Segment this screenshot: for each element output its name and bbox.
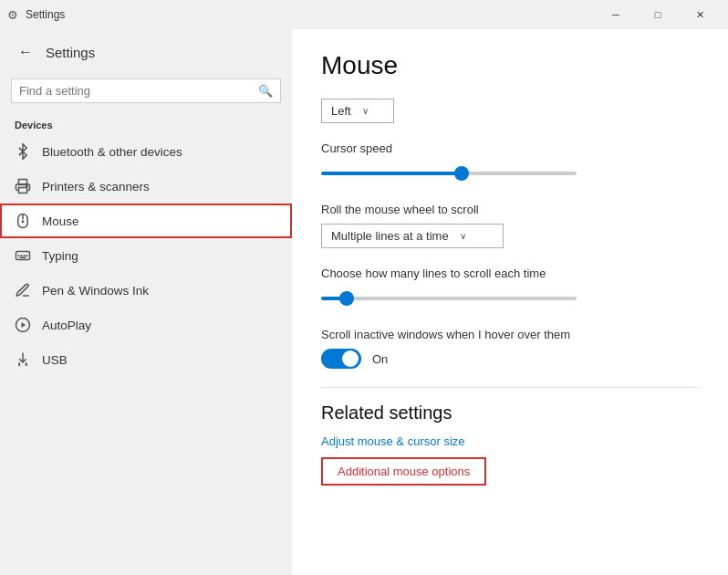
sidebar-item-mouse[interactable]: Mouse — [0, 204, 292, 238]
cursor-speed-thumb[interactable] — [454, 166, 469, 181]
scroll-type-dropdown[interactable]: Multiple lines at a time ∨ — [321, 224, 504, 248]
sidebar-item-label-bluetooth: Bluetooth & other devices — [42, 145, 182, 159]
bluetooth-icon — [15, 143, 31, 160]
sidebar-item-label-typing: Typing — [42, 249, 78, 263]
scroll-type-value: Multiple lines at a time — [331, 229, 449, 243]
additional-mouse-options-link[interactable]: Additional mouse options — [321, 457, 486, 486]
close-icon — [696, 8, 704, 21]
app-body: ← Settings 🔍 Devices Bluetooth & other d… — [0, 29, 728, 575]
sidebar-item-label-pen: Pen & Windows Ink — [42, 284, 149, 298]
chevron-down-icon-scroll: ∨ — [460, 231, 466, 241]
inactive-scroll-toggle-row: On — [321, 349, 699, 369]
scroll-type-label: Roll the mouse wheel to scroll — [321, 203, 699, 216]
sidebar-item-pen[interactable]: Pen & Windows Ink — [0, 273, 292, 308]
svg-marker-13 — [22, 322, 26, 328]
adjust-mouse-link[interactable]: Adjust mouse & cursor size — [321, 434, 699, 448]
page-title: Mouse — [321, 51, 699, 80]
cursor-speed-section: Cursor speed — [321, 141, 699, 184]
svg-point-16 — [18, 364, 20, 366]
title-bar-title: Settings — [26, 8, 65, 21]
lines-scroll-section: Choose how many lines to scroll each tim… — [321, 267, 699, 309]
svg-point-2 — [26, 185, 28, 187]
minimize-button[interactable] — [595, 0, 637, 29]
primary-button-section: Left ∨ — [321, 99, 699, 123]
sidebar-item-label-mouse: Mouse — [42, 214, 79, 228]
sidebar-item-usb[interactable]: USB — [0, 342, 292, 377]
lines-scroll-track — [321, 297, 577, 300]
primary-button-value: Left — [331, 104, 351, 118]
related-settings-section: Related settings Adjust mouse & cursor s… — [321, 402, 699, 486]
maximize-icon — [655, 8, 661, 21]
pen-icon — [15, 282, 31, 298]
sidebar-item-printers[interactable]: Printers & scanners — [0, 169, 292, 204]
scroll-type-section: Roll the mouse wheel to scroll Multiple … — [321, 203, 699, 248]
title-bar: ⚙ Settings — [0, 0, 728, 29]
sidebar-item-label-autoplay: AutoPlay — [42, 319, 91, 332]
main-content: Mouse Left ∨ Cursor speed Roll the mouse… — [292, 29, 728, 575]
inactive-scroll-toggle[interactable] — [321, 349, 361, 369]
sidebar-item-bluetooth[interactable]: Bluetooth & other devices — [0, 134, 292, 169]
chevron-down-icon: ∨ — [362, 106, 369, 116]
search-input[interactable] — [19, 84, 253, 98]
sidebar-item-label-usb: USB — [42, 353, 68, 367]
close-button[interactable] — [679, 0, 721, 29]
title-bar-controls — [595, 0, 721, 29]
back-button[interactable]: ← — [15, 40, 36, 64]
sidebar-app-title: Settings — [46, 45, 95, 60]
search-box[interactable]: 🔍 — [11, 78, 281, 103]
sidebar-header: ← Settings — [0, 29, 292, 71]
sidebar-item-label-printers: Printers & scanners — [42, 180, 150, 193]
primary-button-dropdown[interactable]: Left ∨ — [321, 99, 394, 123]
lines-scroll-thumb[interactable] — [339, 291, 354, 306]
title-bar-left: ⚙ Settings — [7, 8, 65, 22]
typing-icon — [15, 247, 31, 264]
svg-point-5 — [22, 221, 24, 223]
search-icon: 🔍 — [258, 84, 273, 98]
settings-icon: ⚙ — [7, 8, 18, 22]
maximize-button[interactable] — [637, 0, 679, 29]
lines-scroll-slider[interactable] — [321, 288, 699, 309]
toggle-knob — [342, 350, 359, 367]
svg-rect-0 — [19, 188, 27, 193]
cursor-speed-slider[interactable] — [321, 162, 699, 184]
related-settings-title: Related settings — [321, 402, 699, 423]
toggle-on-label: On — [372, 352, 388, 366]
sidebar-section-title: Devices — [0, 114, 292, 134]
cursor-speed-track — [321, 172, 577, 175]
inactive-scroll-section: Scroll inactive windows when I hover ove… — [321, 328, 699, 369]
printer-icon — [15, 178, 31, 194]
usb-icon — [15, 351, 31, 368]
lines-scroll-label: Choose how many lines to scroll each tim… — [321, 267, 699, 280]
sidebar-item-typing[interactable]: Typing — [0, 238, 292, 273]
sidebar-item-autoplay[interactable]: AutoPlay — [0, 308, 292, 342]
inactive-scroll-label: Scroll inactive windows when I hover ove… — [321, 328, 699, 341]
cursor-speed-label: Cursor speed — [321, 141, 699, 155]
mouse-icon — [15, 213, 31, 229]
section-divider — [321, 387, 699, 388]
sidebar: ← Settings 🔍 Devices Bluetooth & other d… — [0, 29, 292, 575]
svg-rect-17 — [26, 364, 27, 366]
autoplay-icon — [15, 317, 31, 333]
minimize-icon — [612, 8, 619, 21]
